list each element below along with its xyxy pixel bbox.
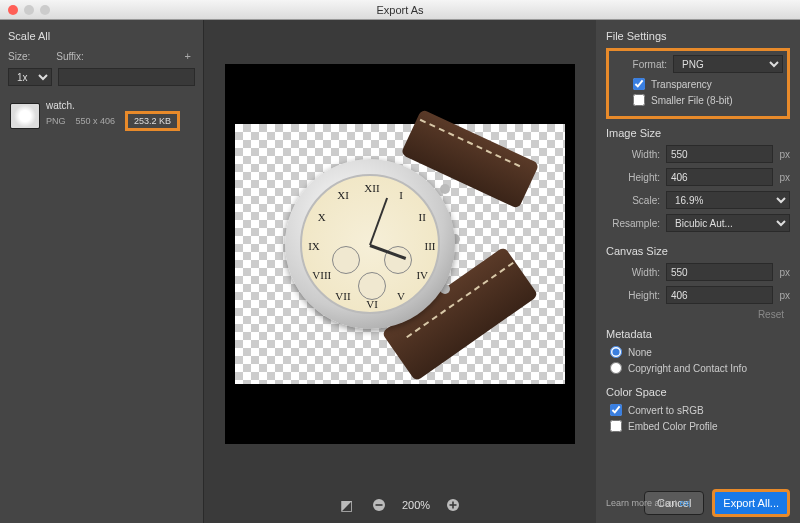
learn-more-text: Learn more about export o [606,498,690,508]
cv-width-input[interactable] [666,263,773,281]
asset-name: watch. [46,100,193,111]
right-panel: File Settings Format: PNG Transparency S… [596,20,800,523]
cv-height-unit: px [779,290,790,301]
color-space-title: Color Space [606,386,790,398]
left-panel: Scale All Size: Suffix: + 1x watch. PNG … [0,20,204,523]
metadata-title: Metadata [606,328,790,340]
numeral-V: V [397,290,405,302]
cv-height-input[interactable] [666,286,773,304]
img-width-input[interactable] [666,145,773,163]
format-select[interactable]: PNG [673,55,783,73]
numeral-VII: VII [335,290,350,302]
resample-label: Resample: [606,218,660,229]
watch-image: XIIIIIIIIIVVVIVIIVIIIIXXXI [235,124,565,384]
img-width-label: Width: [606,149,660,160]
zoom-in-button[interactable] [444,496,462,514]
asset-row[interactable]: watch. PNG 550 x 406 253.2 KB [8,96,195,135]
cv-height-label: Height: [606,290,660,301]
img-width-unit: px [779,149,790,160]
transparency-checkbox[interactable] [633,78,645,90]
suffix-input[interactable] [58,68,195,86]
metadata-none-label: None [628,347,652,358]
embed-profile-label: Embed Color Profile [628,421,717,432]
size-label: Size: [8,51,30,62]
cv-width-label: Width: [606,267,660,278]
zoom-toolbar: ◩ 200% [204,487,596,523]
zoom-out-button[interactable] [370,496,388,514]
numeral-III: III [425,240,436,252]
file-settings-highlight: Format: PNG Transparency Smaller File (8… [606,48,790,119]
numeral-IX: IX [308,240,320,252]
reset-button[interactable]: Reset [758,309,784,320]
format-label: Format: [613,59,667,70]
svg-rect-4 [452,502,454,509]
smaller-file-checkbox[interactable] [633,94,645,106]
asset-format: PNG [46,116,66,126]
cv-width-unit: px [779,267,790,278]
window-titlebar: Export As [0,0,800,20]
embed-profile-checkbox[interactable] [610,420,622,432]
zoom-window-button[interactable] [40,5,50,15]
asset-thumbnail [10,103,40,129]
traffic-lights [8,5,50,15]
img-height-label: Height: [606,172,660,183]
scale-all-label: Scale All [8,30,195,42]
preview-panel: XIIIIIIIIIVVVIVIIVIIIIXXXI ◩ 200% [204,20,596,523]
img-height-input[interactable] [666,168,773,186]
minimize-window-button[interactable] [24,5,34,15]
transparency-label: Transparency [651,79,712,90]
img-scale-label: Scale: [606,195,660,206]
smaller-file-label: Smaller File (8-bit) [651,95,733,106]
numeral-VI: VI [366,298,378,310]
svg-rect-1 [375,504,382,506]
metadata-none-radio[interactable] [610,346,622,358]
fit-screen-icon[interactable]: ◩ [338,496,356,514]
numeral-IV: IV [416,269,428,281]
close-window-button[interactable] [8,5,18,15]
convert-srgb-checkbox[interactable] [610,404,622,416]
preview-canvas: XIIIIIIIIIVVVIVIIVIIIIXXXI [225,64,575,444]
size-select[interactable]: 1x [8,68,52,86]
zoom-value: 200% [402,499,430,511]
learn-more-link[interactable]: export o [680,498,690,508]
convert-srgb-label: Convert to sRGB [628,405,704,416]
numeral-X: X [318,211,326,223]
img-height-unit: px [779,172,790,183]
image-size-title: Image Size [606,127,790,139]
metadata-copyright-radio[interactable] [610,362,622,374]
img-scale-select[interactable]: 16.9% [666,191,790,209]
numeral-VIII: VIII [312,269,331,281]
metadata-copyright-label: Copyright and Contact Info [628,363,747,374]
suffix-label: Suffix: [56,51,84,62]
asset-dimensions: 550 x 406 [76,116,116,126]
add-size-button[interactable]: + [181,50,195,62]
numeral-XII: XII [364,182,379,194]
window-title: Export As [0,4,800,16]
transparency-checker: XIIIIIIIIIVVVIVIIVIIIIXXXI [235,124,565,384]
export-all-button[interactable]: Export All... [712,489,790,517]
asset-filesize: 253.2 KB [125,111,180,131]
numeral-XI: XI [337,189,349,201]
canvas-size-title: Canvas Size [606,245,790,257]
file-settings-title: File Settings [606,30,790,42]
numeral-II: II [419,211,426,223]
resample-select[interactable]: Bicubic Aut... [666,214,790,232]
numeral-I: I [399,189,403,201]
